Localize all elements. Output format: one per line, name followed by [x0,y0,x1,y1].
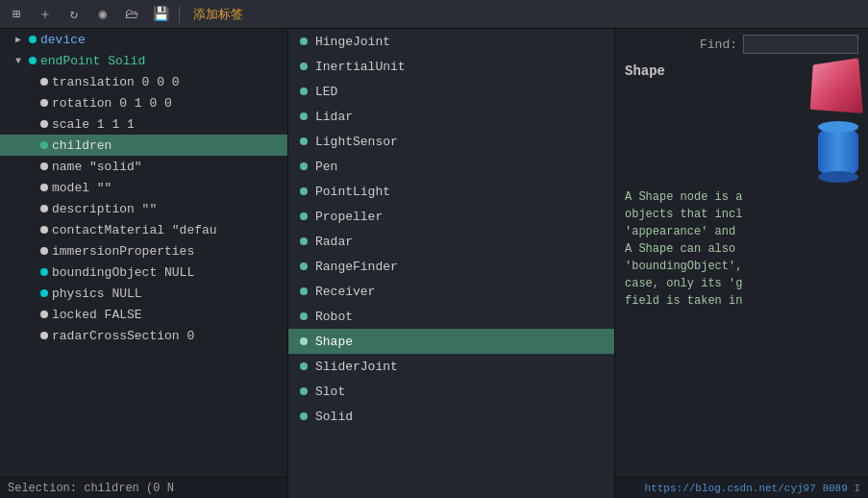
main-area: ▶ device ▼ endPoint Solid ▶ translation … [0,29,868,498]
dropdown-item-radar[interactable]: Radar [288,229,614,254]
dropdown-item-receiver[interactable]: Receiver [288,279,614,304]
dropdown-item-inertialunit[interactable]: InertialUnit [288,54,614,79]
dot-icon [40,120,48,128]
item-label: LightSensor [315,135,398,149]
tree-item-radar[interactable]: ▶ radarCrossSection 0 [0,325,287,346]
shape-preview-container [808,60,858,177]
tree-label: locked FALSE [52,308,142,322]
dropdown-list[interactable]: HingeJoint InertialUnit LED Lidar LightS… [288,29,614,498]
add-icon[interactable]: ＋ [35,4,56,25]
arrow-icon: ▼ [15,56,25,66]
tree-item-immersion[interactable]: ▶ immersionProperties [0,240,287,261]
item-dot-icon [300,37,308,45]
item-dot-icon [300,337,308,345]
tree-item-device[interactable]: ▶ device [0,29,287,50]
save-icon[interactable]: 💾 [150,4,171,25]
tree-label: model "" [52,181,112,195]
dot-icon [40,78,48,86]
arrow-icon: ▶ [15,34,25,45]
tree-label: scale 1 1 1 [52,117,135,132]
item-label: LED [315,85,337,99]
dot-icon [40,141,48,149]
dropdown-item-shape[interactable]: Shape [288,329,614,354]
tree-area[interactable]: ▶ device ▼ endPoint Solid ▶ translation … [0,29,287,477]
item-dot-icon [300,287,308,295]
tree-item-locked[interactable]: ▶ locked FALSE [0,304,287,325]
tree-item-contactmaterial[interactable]: ▶ contactMaterial "defau [0,219,287,240]
item-label: Lidar [315,110,353,124]
item-dot-icon [300,312,308,320]
tree-label: boundingObject NULL [52,265,194,280]
right-top-bar: Find: [615,29,868,60]
status-bar: Selection: children (0 N [0,477,287,498]
item-dot-icon [300,112,308,120]
tree-item-rotation[interactable]: ▶ rotation 0 1 0 0 [0,92,287,113]
dot-icon [40,184,48,191]
eye-icon[interactable]: ◉ [92,4,113,25]
left-panel: ▶ device ▼ endPoint Solid ▶ translation … [0,29,288,498]
tree-item-description[interactable]: ▶ description "" [0,198,287,219]
tree-item-scale[interactable]: ▶ scale 1 1 1 [0,113,287,135]
find-label: Find: [700,37,737,52]
tree-label: endPoint Solid [40,54,145,68]
dot-icon [29,36,37,43]
tree-label: name "solid" [52,160,142,174]
right-bottom-bar: https://blog.csdn.net/cyj97 8089 I [615,477,868,498]
item-dot-icon [300,162,308,170]
dropdown-item-solid[interactable]: Solid [288,404,614,429]
dropdown-item-propeller[interactable]: Propeller [288,204,614,229]
tree-item-translation[interactable]: ▶ translation 0 0 0 [0,71,287,92]
item-label: Receiver [315,285,375,299]
middle-panel: HingeJoint InertialUnit LED Lidar LightS… [288,29,615,498]
dropdown-item-led[interactable]: LED [288,79,614,104]
item-dot-icon [300,237,308,245]
toolbar-divider [179,6,180,23]
folder-icon[interactable]: 🗁 [121,4,142,25]
bottom-url: https://blog.csdn.net/cyj97 8089 I [645,483,860,494]
shape-cube-preview [810,58,863,113]
tree-item-physics[interactable]: ▶ physics NULL [0,283,287,304]
tree-item-children[interactable]: ▶ children [0,135,287,156]
tree-item-name[interactable]: ▶ name "solid" [0,156,287,177]
dropdown-item-lidar[interactable]: Lidar [288,104,614,129]
item-label: Solid [315,410,353,424]
dropdown-item-hingejoint[interactable]: HingeJoint [288,29,614,54]
shape-title-text: Shape [625,60,665,79]
find-input[interactable] [743,35,858,54]
shape-cylinder-preview [818,127,858,177]
dropdown-item-sliderjoint[interactable]: SliderJoint [288,354,614,379]
dropdown-item-slot[interactable]: Slot [288,379,614,404]
item-dot-icon [300,87,308,95]
dropdown-item-rangefinder[interactable]: RangeFinder [288,254,614,279]
item-dot-icon [300,412,308,420]
dropdown-item-pointlight[interactable]: PointLight [288,179,614,204]
tree-item-bounding[interactable]: ▶ boundingObject NULL [0,261,287,283]
toolbar-title: 添加标签 [193,6,243,23]
item-label: Shape [315,335,353,349]
refresh-icon[interactable]: ↻ [63,4,85,25]
item-label: Robot [315,310,353,324]
tree-label: immersionProperties [52,244,194,259]
tree-label: description "" [52,202,157,216]
item-dot-icon [300,187,308,195]
dot-icon [40,247,48,255]
tree-item-endpoint[interactable]: ▼ endPoint Solid [0,50,287,71]
dot-icon [40,332,48,339]
item-label: Propeller [315,210,383,224]
tree-label: radarCrossSection 0 [52,329,194,343]
dropdown-item-lightsensor[interactable]: LightSensor [288,129,614,154]
item-dot-icon [300,137,308,145]
dot-icon [40,162,48,170]
item-dot-icon [300,387,308,395]
dot-icon [40,205,48,212]
item-label: InertialUnit [315,60,406,74]
toolbar: ⊞ ＋ ↻ ◉ 🗁 💾 添加标签 [0,0,868,29]
item-label: Pen [315,160,337,174]
tree-item-model[interactable]: ▶ model "" [0,177,287,198]
grid-icon[interactable]: ⊞ [6,4,27,25]
dropdown-item-robot[interactable]: Robot [288,304,614,329]
item-label: PointLight [315,185,390,199]
item-label: HingeJoint [315,35,390,49]
tree-label: children [52,138,112,153]
dropdown-item-pen[interactable]: Pen [288,154,614,179]
